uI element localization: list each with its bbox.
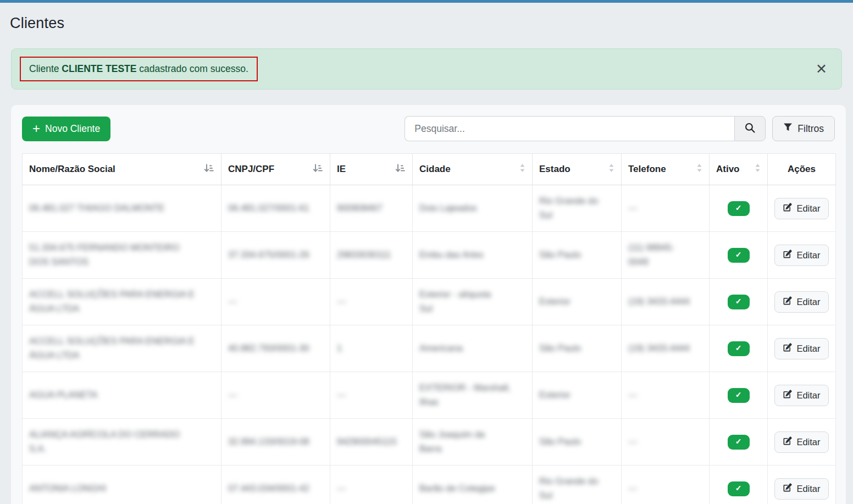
search-icon — [744, 122, 756, 135]
edit-button[interactable]: Editar — [774, 198, 828, 219]
cell-ie: --- — [330, 279, 413, 325]
column-header-ie[interactable]: IE — [330, 154, 413, 185]
redacted-text: --- — [228, 390, 237, 400]
toolbar-right: Filtros — [405, 116, 835, 141]
redacted-text: --- — [628, 390, 637, 400]
redacted-text: (19) 3433.4444 — [628, 343, 690, 353]
cell-cidade: EXTERIOR - Marshall, Ilhas — [413, 372, 533, 419]
redacted-text: 51.334.675 FERNANDO MONTEIRO DOS SANTOS — [29, 242, 179, 267]
active-toggle[interactable]: ✓ — [728, 435, 750, 450]
edit-pencil-icon — [783, 296, 792, 308]
redacted-text: Dois Lajeados — [419, 203, 477, 213]
column-header-nome-raz-o-social[interactable]: Nome/Razão Social — [23, 154, 221, 185]
active-toggle[interactable]: ✓ — [728, 201, 750, 216]
redacted-text: 37.334.675/0001-26 — [228, 250, 309, 259]
cell-estado: Exterior — [533, 279, 622, 325]
edit-pencil-icon — [783, 343, 792, 355]
cell-acoes: Editar — [768, 185, 836, 232]
column-label: Ações — [788, 164, 816, 175]
new-client-button[interactable]: + Novo Cliente — [22, 117, 110, 141]
table-row: 06.481.027 THIAGO DALMONTE06.481.027/000… — [23, 185, 836, 232]
active-toggle[interactable]: ✓ — [728, 341, 750, 356]
edit-pencil-icon — [783, 390, 792, 401]
cell-cnpj: 32.994.133/0019-08 — [221, 419, 330, 466]
cell-name: ANTONIA LONGHI — [23, 466, 221, 504]
redacted-text: 1 — [337, 343, 342, 353]
cell-cnpj: --- — [221, 372, 330, 419]
edit-pencil-icon — [783, 436, 792, 448]
table-row: ACCELL SOLUÇÕES PARA ENERGIA E ÁGUA LTDA… — [23, 325, 836, 372]
column-label: IE — [337, 164, 346, 175]
redacted-text: --- — [628, 203, 637, 213]
search-button[interactable] — [734, 116, 766, 141]
redacted-text: --- — [228, 296, 237, 306]
cell-name: AGUA PLANETA — [23, 372, 221, 419]
cell-ie: 29833030111 — [330, 232, 413, 279]
active-toggle[interactable]: ✓ — [728, 248, 750, 263]
check-icon: ✓ — [735, 436, 742, 448]
cell-ativo: ✓ — [710, 232, 768, 279]
close-icon[interactable]: ✕ — [816, 62, 827, 76]
cell-ativo: ✓ — [710, 372, 768, 419]
column-label: Ativo — [716, 164, 740, 175]
cell-telefone: --- — [622, 185, 710, 232]
edit-button[interactable]: Editar — [774, 385, 828, 406]
edit-button[interactable]: Editar — [774, 291, 828, 313]
edit-pencil-icon — [783, 203, 792, 214]
cell-telefone: --- — [622, 372, 710, 419]
active-toggle[interactable]: ✓ — [728, 388, 750, 403]
filters-button[interactable]: Filtros — [772, 116, 835, 141]
column-label: Nome/Razão Social — [29, 164, 115, 175]
column-header-ativo[interactable]: Ativo — [710, 154, 768, 185]
redacted-text: Rio Grande do Sul — [539, 196, 598, 220]
cell-acoes: Editar — [768, 325, 836, 372]
column-header-telefone[interactable]: Telefone — [622, 154, 710, 185]
cell-cnpj: 40.882.793/0001-30 — [221, 325, 330, 372]
table-row: AGUA PLANETA------EXTERIOR - Marshall, I… — [23, 372, 836, 419]
clients-table: Nome/Razão SocialCNPJ/CPFIECidadeEstadoT… — [22, 153, 836, 504]
edit-button[interactable]: Editar — [774, 245, 828, 266]
edit-button[interactable]: Editar — [774, 431, 828, 453]
cell-ativo: ✓ — [710, 279, 768, 325]
edit-button[interactable]: Editar — [774, 478, 828, 500]
cell-name: ALIANÇA AGRÍCOLA DO CERRADO S.A. — [23, 419, 221, 466]
column-label: Telefone — [628, 164, 666, 175]
cell-telefone: (11) 98945- 0049 — [622, 232, 710, 279]
column-header-cnpj-cpf[interactable]: CNPJ/CPF — [221, 154, 330, 185]
redacted-text: AGUA PLANETA — [29, 390, 97, 400]
cell-estado: Exterior — [533, 372, 622, 419]
page-title: Clientes — [10, 15, 853, 32]
search-input[interactable] — [405, 116, 734, 141]
new-client-label: Novo Cliente — [45, 123, 100, 135]
edit-label: Editar — [796, 390, 820, 401]
redacted-text: 29833030111 — [337, 250, 391, 259]
active-toggle[interactable]: ✓ — [728, 481, 750, 496]
redacted-text: ACCELL SOLUÇÕES PARA ENERGIA E ÁGUA LTDA — [29, 336, 195, 360]
redacted-text: EXTERIOR - Marshall, Ilhas — [419, 383, 511, 407]
success-alert: Cliente CLIENTE TESTE cadastrado com suc… — [11, 48, 842, 90]
cell-ativo: ✓ — [710, 325, 768, 372]
sort-amount-down-icon — [203, 163, 214, 176]
redacted-text: 32.994.133/0019-08 — [228, 436, 309, 446]
edit-label: Editar — [796, 484, 820, 494]
sort-caret-icon — [519, 163, 525, 175]
redacted-text: Barão de Cotegipe — [419, 483, 495, 493]
annotation-red-box: Cliente CLIENTE TESTE cadastrado com suc… — [20, 57, 258, 81]
filters-label: Filtros — [797, 123, 824, 135]
active-toggle[interactable]: ✓ — [728, 295, 750, 309]
cell-telefone: (19) 3433.4444 — [622, 279, 710, 325]
cell-cidade: São Joaquim da Barra — [413, 419, 533, 466]
cell-ie: 900908467 — [330, 185, 413, 232]
toolbar: + Novo Cliente — [22, 116, 835, 141]
redacted-text: Americana — [419, 343, 463, 353]
cell-telefone: --- — [622, 466, 710, 504]
cell-name: 06.481.027 THIAGO DALMONTE — [23, 185, 221, 232]
cell-cidade: Dois Lajeados — [413, 185, 533, 232]
cell-cnpj: --- — [221, 279, 330, 325]
edit-button[interactable]: Editar — [774, 338, 828, 359]
cell-estado: São Paulo — [533, 419, 622, 466]
column-header-cidade[interactable]: Cidade — [413, 154, 533, 185]
table-header-row: Nome/Razão SocialCNPJ/CPFIECidadeEstadoT… — [23, 154, 836, 185]
redacted-text: ACCELL SOLUÇÕES PARA ENERGIA E ÁGUA LTDA — [29, 289, 195, 313]
column-header-estado[interactable]: Estado — [533, 154, 622, 185]
